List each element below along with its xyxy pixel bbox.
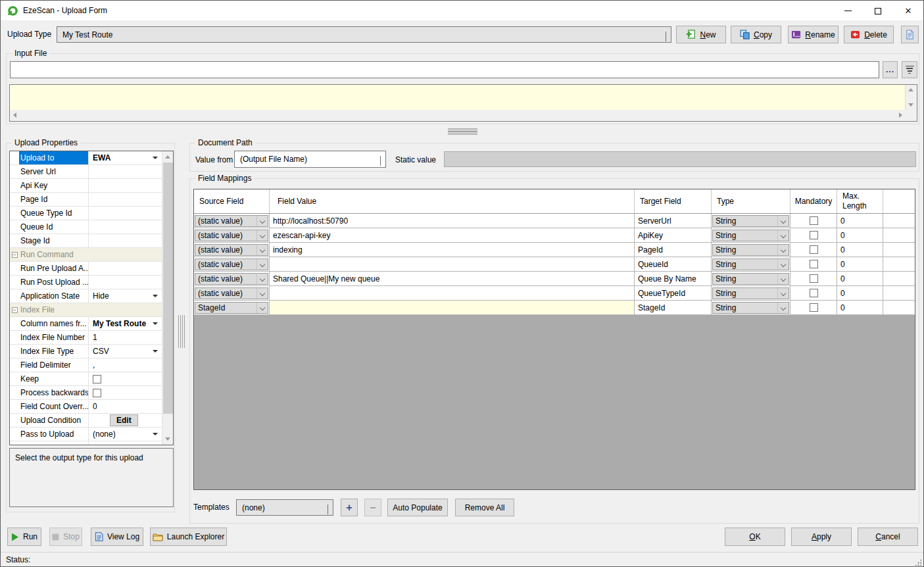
property-row-api-key[interactable]: Api Key [10, 179, 162, 193]
property-value[interactable] [89, 193, 162, 206]
remove-all-button[interactable]: Remove All [455, 499, 514, 516]
type-dropdown[interactable]: String [712, 273, 789, 285]
max-length-cell[interactable]: 0 [837, 257, 883, 271]
mandatory-checkbox[interactable] [810, 303, 818, 312]
mandatory-checkbox[interactable] [810, 260, 818, 268]
property-row-run-pre-upload-a[interactable]: Run Pre Upload A... [10, 262, 162, 276]
target-field-cell[interactable]: Queue By Name [635, 272, 712, 285]
run-button[interactable]: Run [7, 528, 41, 546]
close-button[interactable]: ✕ [893, 1, 923, 21]
target-field-cell[interactable]: QueueId [635, 257, 712, 271]
remove-template-button[interactable]: − [364, 499, 381, 516]
property-value[interactable]: File [89, 441, 162, 445]
target-field-cell[interactable]: ServerUrl [635, 214, 712, 228]
property-value[interactable]: 0 [89, 400, 162, 413]
property-row-source-type[interactable]: Source TypeFile [10, 441, 162, 445]
upload-type-combobox[interactable]: My Test Route [57, 26, 671, 43]
cancel-button[interactable]: Cancel [858, 528, 918, 546]
launch-explorer-button[interactable]: Launch Explorer [150, 528, 227, 546]
type-dropdown[interactable]: String [712, 259, 789, 270]
property-row-index-file-type[interactable]: Index File TypeCSV [10, 345, 162, 358]
maximize-button[interactable] [863, 1, 893, 21]
rename-button[interactable]: Rename [788, 26, 839, 43]
property-value[interactable] [89, 207, 162, 220]
mandatory-checkbox[interactable] [810, 289, 818, 297]
dropdown-arrow-icon[interactable] [153, 295, 158, 297]
horizontal-splitter[interactable] [448, 128, 477, 135]
property-value[interactable] [89, 234, 162, 247]
property-row-upload-condition[interactable]: Upload ConditionEdit [10, 414, 162, 428]
property-value[interactable] [89, 386, 162, 399]
target-field-cell[interactable]: ApiKey [635, 228, 712, 242]
collapse-icon[interactable]: − [12, 307, 18, 313]
property-group-index-file[interactable]: −Index File [10, 303, 162, 317]
copy-button[interactable]: Copy [731, 26, 781, 43]
max-length-cell[interactable]: 0 [837, 214, 883, 228]
delete-button[interactable]: Delete [844, 26, 894, 43]
mapping-row-queue-by-name[interactable]: (static value)Shared Queue||My new queue… [194, 272, 915, 286]
source-field-dropdown[interactable]: (static value) [195, 287, 268, 299]
field-value-cell[interactable]: ezescan-api-key [270, 228, 635, 242]
property-row-keep[interactable]: Keep [10, 372, 162, 386]
source-field-dropdown[interactable]: (static value) [195, 259, 268, 270]
property-row-server-url[interactable]: Server Url [10, 165, 162, 179]
preview-horizontal-scrollbar[interactable] [10, 110, 906, 121]
mandatory-checkbox[interactable] [810, 245, 818, 254]
property-row-field-delimiter[interactable]: Field Delimiter, [10, 358, 162, 372]
value-from-combobox[interactable]: (Output File Name) [234, 151, 386, 168]
collapse-icon[interactable]: − [12, 252, 18, 258]
property-value[interactable]: EWA [89, 151, 162, 164]
type-dropdown[interactable]: String [712, 230, 789, 241]
property-value[interactable] [89, 220, 162, 234]
column-header-source-field[interactable]: Source Field [194, 189, 270, 213]
property-row-field-count-overr[interactable]: Field Count Overr...0 [10, 400, 162, 414]
type-dropdown[interactable]: String [712, 287, 789, 299]
mapping-row-serverurl[interactable]: (static value)http://localhost:50790Serv… [194, 214, 915, 228]
property-value[interactable]: My Test Route [89, 317, 162, 330]
mapping-row-stageid[interactable]: StageIdStageIdString0 [194, 301, 915, 315]
source-field-dropdown[interactable]: (static value) [195, 273, 268, 285]
apply-button[interactable]: Apply [791, 528, 852, 546]
field-value-cell[interactable]: http://localhost:50790 [270, 214, 635, 228]
property-value[interactable]: , [89, 358, 162, 372]
source-field-dropdown[interactable]: (static value) [195, 244, 268, 256]
property-value[interactable] [89, 165, 162, 178]
property-row-process-backwards[interactable]: Process backwards [10, 386, 162, 400]
dropdown-arrow-icon[interactable] [153, 433, 158, 435]
property-row-pass-to-upload[interactable]: Pass to Upload(none) [10, 428, 162, 441]
dropdown-arrow-icon[interactable] [153, 322, 158, 325]
property-row-queue-type-id[interactable]: Queue Type Id [10, 207, 162, 220]
field-value-cell[interactable] [270, 301, 635, 314]
input-file-path-input[interactable] [10, 61, 879, 78]
stop-button[interactable]: Stop [49, 528, 82, 546]
auto-populate-button[interactable]: Auto Populate [387, 499, 448, 516]
property-row-page-id[interactable]: Page Id [10, 193, 162, 207]
max-length-cell[interactable]: 0 [837, 272, 883, 285]
property-value[interactable] [89, 179, 162, 192]
templates-combobox[interactable]: (none) [236, 499, 333, 516]
column-header-mandatory[interactable]: Mandatory [790, 189, 837, 213]
property-value[interactable] [89, 372, 162, 385]
view-log-button[interactable]: View Log [91, 528, 143, 546]
vertical-splitter[interactable] [178, 315, 186, 348]
type-dropdown[interactable]: String [712, 215, 789, 227]
minimize-button[interactable] [833, 1, 863, 21]
property-row-upload-to[interactable]: Upload toEWA [10, 151, 162, 165]
target-field-cell[interactable]: QueueTypeId [635, 286, 712, 300]
resize-grip[interactable] [915, 559, 921, 566]
property-value[interactable]: Hide [89, 289, 162, 303]
property-value[interactable] [89, 276, 162, 289]
max-length-cell[interactable]: 0 [837, 301, 883, 314]
column-header-type[interactable]: Type [712, 189, 790, 213]
property-row-run-post-upload[interactable]: Run Post Upload ... [10, 276, 162, 289]
mapping-row-apikey[interactable]: (static value)ezescan-api-keyApiKeyStrin… [194, 228, 915, 243]
add-template-button[interactable]: + [341, 499, 358, 516]
property-checkbox[interactable] [93, 389, 101, 397]
property-value[interactable]: CSV [89, 345, 162, 358]
mapping-row-queuetypeid[interactable]: (static value)QueueTypeIdString0 [194, 286, 915, 301]
column-header-max-length[interactable]: Max. Length [837, 189, 883, 213]
scrollbar-thumb[interactable] [163, 162, 173, 414]
ok-button[interactable]: OK [725, 528, 785, 546]
mandatory-checkbox[interactable] [810, 274, 818, 283]
mandatory-checkbox[interactable] [810, 216, 818, 225]
